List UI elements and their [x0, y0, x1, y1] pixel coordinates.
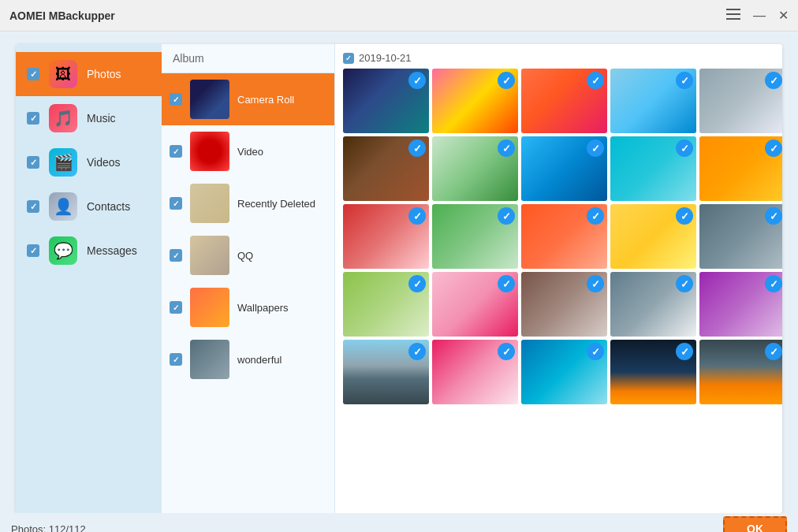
sidebar-item-music[interactable]: 🎵 Music — [16, 96, 162, 140]
photo-check: ✓ — [587, 140, 604, 157]
sidebar-label-photos: Photos — [87, 68, 121, 80]
album-item-recently-deleted[interactable]: Recently Deleted — [162, 177, 334, 229]
album-item-wonderful[interactable]: wonderful — [162, 333, 334, 385]
wallpapers-checkbox[interactable] — [170, 301, 182, 314]
photo-cell[interactable]: ✓ — [610, 204, 696, 269]
music-checkbox[interactable] — [27, 112, 39, 125]
photo-cell[interactable]: ✓ — [343, 136, 429, 201]
sidebar: 🖼 Photos 🎵 Music 🎬 Videos 👤 Contacts — [16, 44, 162, 513]
photo-cell[interactable]: ✓ — [699, 204, 782, 269]
camera-roll-checkbox[interactable] — [170, 93, 182, 106]
photo-cell[interactable]: ✓ — [432, 204, 518, 269]
photo-check: ✓ — [765, 72, 782, 89]
wonderful-checkbox[interactable] — [170, 353, 182, 366]
videos-icon: 🎬 — [49, 148, 77, 177]
camera-roll-thumb — [190, 80, 229, 119]
photo-row-1: ✓ ✓ ✓ ✓ ✓ — [343, 69, 774, 133]
sidebar-label-videos: Videos — [87, 156, 121, 169]
sidebar-label-messages: Messages — [87, 244, 137, 257]
window-controls: — ✕ — [726, 9, 789, 22]
recently-deleted-checkbox[interactable] — [170, 197, 182, 210]
photo-check: ✓ — [587, 72, 604, 89]
album-item-camera-roll[interactable]: Camera Roll — [162, 73, 334, 125]
photo-cell[interactable]: ✓ — [699, 69, 782, 133]
recently-deleted-label: Recently Deleted — [237, 198, 315, 210]
photo-check: ✓ — [676, 140, 693, 157]
photos-checkbox[interactable] — [27, 68, 39, 80]
minimize-button[interactable]: — — [753, 9, 766, 22]
photo-cell[interactable]: ✓ — [432, 272, 518, 337]
wonderful-label: wonderful — [237, 354, 282, 366]
qq-thumb — [190, 236, 229, 275]
photo-check: ✓ — [587, 343, 604, 360]
sidebar-item-videos[interactable]: 🎬 Videos — [16, 140, 162, 184]
album-item-video[interactable]: Video — [162, 125, 334, 177]
album-panel: Album Camera Roll Video — [162, 44, 335, 513]
photo-check: ✓ — [408, 140, 426, 157]
status-text: Photos: 112/112 — [11, 523, 86, 533]
photo-cell[interactable]: ✓ — [343, 204, 429, 269]
photo-cell[interactable]: ✓ — [521, 204, 607, 269]
photo-check: ✓ — [676, 207, 693, 225]
photo-cell[interactable]: ✓ — [521, 69, 607, 133]
svg-rect-0 — [726, 9, 740, 10]
bottom-bar: Photos: 112/112 OK — [0, 513, 798, 532]
photo-row-5: ✓ ✓ ✓ ✓ ✓ — [343, 340, 774, 404]
video-thumb — [190, 132, 229, 171]
camera-roll-label: Camera Roll — [237, 94, 294, 106]
messages-checkbox[interactable] — [27, 244, 39, 257]
videos-checkbox[interactable] — [27, 156, 39, 169]
photo-cell[interactable]: ✓ — [610, 272, 696, 337]
photo-check: ✓ — [765, 343, 782, 360]
photo-check: ✓ — [587, 275, 604, 292]
photo-row-3: ✓ ✓ ✓ ✓ ✓ — [343, 204, 774, 269]
music-icon: 🎵 — [49, 104, 77, 132]
photo-check: ✓ — [676, 72, 693, 89]
photo-cell[interactable]: ✓ — [432, 340, 518, 404]
photo-check: ✓ — [498, 343, 515, 360]
photo-check: ✓ — [765, 207, 782, 225]
photo-check: ✓ — [498, 207, 515, 225]
close-button[interactable]: ✕ — [778, 9, 789, 22]
photo-cell[interactable]: ✓ — [343, 340, 429, 404]
photo-check: ✓ — [408, 207, 426, 225]
sidebar-item-photos[interactable]: 🖼 Photos — [16, 52, 162, 96]
photo-cell[interactable]: ✓ — [343, 272, 429, 337]
photo-check: ✓ — [765, 275, 782, 292]
photo-cell[interactable]: ✓ — [699, 272, 782, 337]
photo-cell[interactable]: ✓ — [521, 272, 607, 337]
date-label: 2019-10-21 — [343, 52, 774, 64]
svg-rect-2 — [726, 18, 740, 20]
sidebar-item-messages[interactable]: 💬 Messages — [16, 229, 162, 273]
photo-cell[interactable]: ✓ — [699, 340, 782, 404]
photo-cell[interactable]: ✓ — [521, 136, 607, 201]
photo-row-2: ✓ ✓ ✓ ✓ ✓ — [343, 136, 774, 201]
wallpapers-thumb — [190, 288, 229, 327]
photo-cell[interactable]: ✓ — [610, 69, 696, 133]
main-container: 🖼 Photos 🎵 Music 🎬 Videos 👤 Contacts — [16, 44, 782, 513]
ok-button[interactable]: OK — [723, 516, 787, 532]
sidebar-item-contacts[interactable]: 👤 Contacts — [16, 184, 162, 229]
photo-cell[interactable]: ✓ — [521, 340, 607, 404]
photos-icon: 🖼 — [49, 60, 77, 88]
album-item-qq[interactable]: QQ — [162, 229, 334, 281]
photo-check: ✓ — [408, 72, 426, 89]
photo-cell[interactable]: ✓ — [432, 136, 518, 201]
photo-cell[interactable]: ✓ — [610, 136, 696, 201]
photo-check: ✓ — [408, 343, 426, 360]
qq-checkbox[interactable] — [170, 249, 182, 262]
date-text: 2019-10-21 — [359, 52, 412, 64]
list-icon[interactable] — [726, 9, 740, 22]
album-item-wallpapers[interactable]: Wallpapers — [162, 281, 334, 333]
contacts-checkbox[interactable] — [27, 200, 39, 213]
video-checkbox[interactable] — [170, 145, 182, 158]
photo-row-4: ✓ ✓ ✓ ✓ ✓ — [343, 272, 774, 337]
wallpapers-label: Wallpapers — [237, 302, 289, 314]
date-checkbox[interactable] — [343, 53, 354, 64]
qq-label: QQ — [237, 250, 253, 262]
photo-cell[interactable]: ✓ — [343, 69, 429, 133]
photo-cell[interactable]: ✓ — [610, 340, 696, 404]
photo-cell[interactable]: ✓ — [432, 69, 518, 133]
photo-cell[interactable]: ✓ — [699, 136, 782, 201]
photo-check: ✓ — [498, 140, 515, 157]
